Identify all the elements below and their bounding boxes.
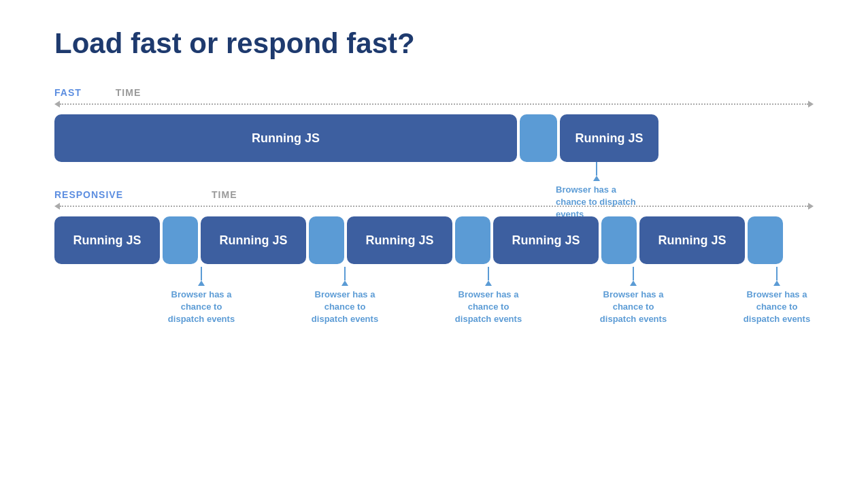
fast-annotation: Browser has a chance to dispatch events (556, 162, 637, 221)
fast-arrow-row (54, 101, 814, 108)
fast-annotation-arrow (593, 176, 600, 181)
resp-js-1: Running JS (54, 216, 160, 264)
fast-time-label: TIME (116, 87, 141, 98)
fast-js-block-1: Running JS (54, 114, 517, 162)
resp-blocks-row: Running JS Running JS Running JS Running… (54, 216, 814, 264)
resp-js-4: Running JS (493, 216, 599, 264)
resp-anno-4-text: Browser has a chance to dispatch events (596, 289, 671, 326)
fast-section: FAST TIME Running JS Running JS (54, 87, 814, 162)
resp-small-4 (601, 216, 637, 264)
resp-anno-2: Browser has a chance to dispatch events (307, 267, 382, 326)
page-title: Load fast or respond fast? (54, 27, 814, 60)
fast-blocks-row: Running JS Running JS (54, 114, 658, 162)
resp-arrow-row (54, 203, 814, 210)
fast-arrow-line (60, 103, 808, 105)
resp-anno-3: Browser has a chance to dispatch events (451, 267, 526, 326)
resp-small-5 (748, 216, 783, 264)
fast-js-block-2: Running JS (560, 114, 658, 162)
resp-time-label: TIME (212, 189, 237, 200)
resp-js-2: Running JS (201, 216, 306, 264)
resp-arrow-line (60, 206, 808, 207)
resp-anno-1: Browser has a chance to dispatch events (164, 267, 239, 326)
fast-annotation-line (596, 162, 597, 176)
resp-anno-3-text: Browser has a chance to dispatch events (451, 289, 526, 326)
fast-arrow-right (808, 101, 814, 108)
resp-js-3-label: Running JS (366, 233, 434, 248)
resp-anno-2-text: Browser has a chance to dispatch events (307, 289, 382, 326)
fast-js-block-small (520, 114, 557, 162)
responsive-section: RESPONSIVE TIME Running JS Running JS Ru… (54, 189, 814, 321)
resp-js-3: Running JS (347, 216, 452, 264)
resp-small-3 (455, 216, 490, 264)
resp-js-2-label: Running JS (220, 233, 288, 248)
resp-js-5: Running JS (639, 216, 745, 264)
resp-js-5-label: Running JS (658, 233, 727, 248)
resp-anno-1-text: Browser has a chance to dispatch events (164, 289, 239, 326)
resp-js-4-label: Running JS (512, 233, 580, 248)
resp-anno-5-text: Browser has a chance to dispatch events (739, 289, 814, 326)
resp-arrow-left (54, 203, 60, 210)
resp-anno-5: Browser has a chance to dispatch events (739, 267, 814, 326)
fast-annotation-text: Browser has a chance to dispatch events (556, 184, 637, 221)
resp-small-1 (163, 216, 198, 264)
resp-anno-4: Browser has a chance to dispatch events (596, 267, 671, 326)
resp-js-1-label: Running JS (73, 233, 141, 248)
fast-header-row: FAST TIME (54, 87, 814, 98)
resp-annotations-row: Browser has a chance to dispatch events … (54, 267, 814, 321)
fast-arrow-left (54, 101, 60, 108)
fast-label: FAST (54, 87, 82, 98)
responsive-label: RESPONSIVE (54, 189, 123, 200)
page-container: Load fast or respond fast? FAST TIME Run… (0, 0, 868, 348)
resp-small-2 (309, 216, 344, 264)
resp-blocks-wrapper: Running JS Running JS Running JS Running… (54, 216, 814, 264)
resp-arrow-right (808, 203, 814, 210)
resp-header-row: RESPONSIVE TIME (54, 189, 814, 200)
